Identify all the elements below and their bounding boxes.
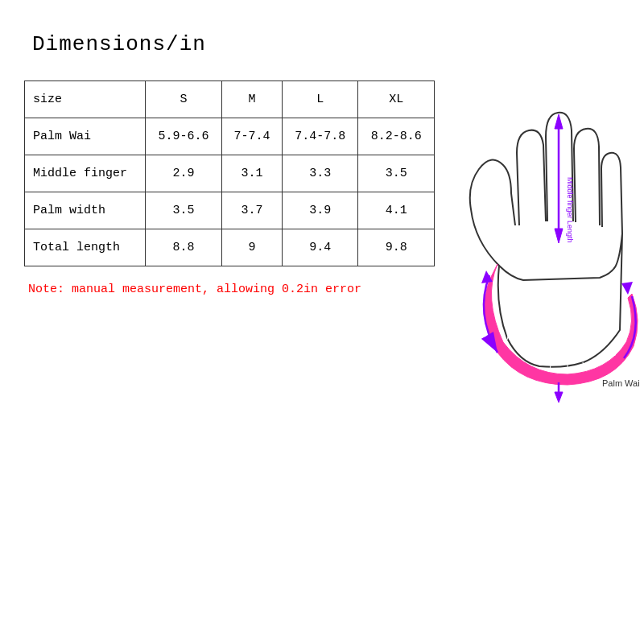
table-cell: 3.5	[146, 192, 221, 229]
svg-line-12	[612, 347, 615, 356]
table-row-label: Total length	[25, 229, 146, 266]
table-row: Total length8.899.49.8	[25, 229, 435, 266]
table-header-cell: size	[25, 81, 146, 118]
svg-marker-16	[621, 282, 633, 295]
hand-diagram: Middle finger Length	[451, 64, 644, 402]
table-cell: 8.2-8.6	[358, 118, 435, 155]
table-row-label: Middle finger	[25, 155, 146, 192]
table-cell: 9.4	[282, 229, 357, 266]
svg-line-13	[622, 334, 626, 341]
table-cell: 3.9	[282, 192, 357, 229]
table-header-cell: S	[146, 81, 221, 118]
content-area: sizeSMLXLPalm Wai5.9-6.67-7.47.4-7.88.2-…	[24, 80, 620, 402]
page-wrapper: Dimensions/in sizeSMLXLPalm Wai5.9-6.67-…	[0, 0, 644, 644]
table-row: Palm Wai5.9-6.67-7.47.4-7.88.2-8.6	[25, 118, 435, 155]
svg-line-10	[583, 362, 584, 371]
svg-marker-3	[555, 229, 563, 243]
table-cell: 9	[221, 229, 282, 266]
svg-line-7	[534, 354, 537, 363]
svg-line-11	[598, 357, 601, 365]
svg-line-8	[550, 361, 551, 369]
table-cell: 3.7	[221, 192, 282, 229]
note-text: Note: manual measurement, allowing 0.2in…	[28, 283, 435, 296]
table-cell: 8.8	[146, 229, 221, 266]
table-row-label: Palm Wai	[25, 118, 146, 155]
table-cell: 9.8	[358, 229, 435, 266]
svg-line-5	[507, 330, 510, 340]
diagram-section: Middle finger Length	[451, 64, 644, 402]
table-header-cell: M	[221, 81, 282, 118]
table-cell: 5.9-6.6	[146, 118, 221, 155]
table-cell: 7.4-7.8	[282, 118, 357, 155]
table-cell: 3.1	[221, 155, 282, 192]
table-section: sizeSMLXLPalm Wai5.9-6.67-7.47.4-7.88.2-…	[24, 80, 435, 296]
table-cell: 7-7.4	[221, 118, 282, 155]
table-cell: 4.1	[358, 192, 435, 229]
svg-text:Middle finger Length: Middle finger Length	[566, 177, 574, 243]
table-row: Middle finger2.93.13.33.5	[25, 155, 435, 192]
table-row-label: Palm width	[25, 192, 146, 229]
svg-marker-1	[555, 114, 563, 129]
table-header-cell: XL	[358, 81, 435, 118]
dimensions-table: sizeSMLXLPalm Wai5.9-6.67-7.47.4-7.88.2-…	[24, 80, 435, 266]
table-header-cell: L	[282, 81, 357, 118]
svg-line-6	[519, 343, 522, 353]
page-title: Dimensions/in	[32, 32, 620, 56]
table-cell: 3.5	[358, 155, 435, 192]
svg-text:Palm Wai: Palm Wai	[602, 378, 640, 388]
table-cell: 3.3	[282, 155, 357, 192]
table-row: Palm width3.53.73.94.1	[25, 192, 435, 229]
svg-marker-19	[555, 392, 563, 402]
table-cell: 2.9	[146, 155, 221, 192]
